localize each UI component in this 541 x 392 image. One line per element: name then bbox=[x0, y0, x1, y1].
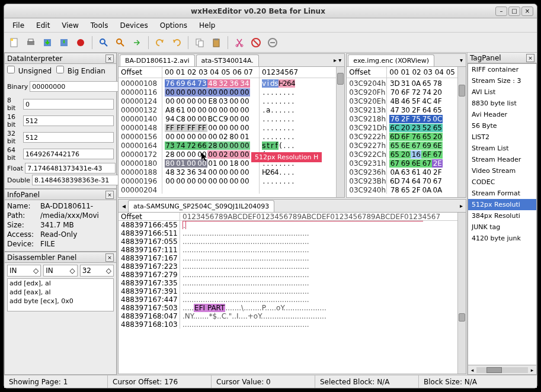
redo-icon[interactable] bbox=[169, 35, 184, 50]
cut-icon[interactable] bbox=[232, 35, 247, 50]
tag-item[interactable]: 512px Resoluti bbox=[468, 199, 536, 210]
hex-view[interactable]: 03C9204h3D310A657803C920Fh706F72742003C9… bbox=[347, 78, 457, 194]
svg-rect-1 bbox=[11, 38, 13, 41]
save-icon[interactable] bbox=[40, 35, 55, 50]
32bit-field[interactable] bbox=[23, 132, 114, 143]
binary-field[interactable] bbox=[30, 81, 120, 92]
main-window: wxHexEditor v0.20 Beta for Linux – □ × F… bbox=[4, 4, 537, 388]
data-interpreter-panel: DataInterpreter× Unsigned Big Endian Bin… bbox=[4, 53, 117, 189]
tab-file-2[interactable]: ata-ST340014A. bbox=[196, 54, 259, 66]
tab-file-3[interactable]: exe.img.enc (XORView) bbox=[348, 54, 434, 66]
tag-item[interactable]: RIFF container bbox=[468, 64, 536, 75]
menu-options[interactable]: Options bbox=[154, 20, 193, 31]
tab-file-4[interactable]: ata-SAMSUNG_SP2504C_S09QJ1IL204093 bbox=[128, 200, 274, 212]
dis-select-3[interactable]: 32◇ bbox=[80, 265, 114, 277]
dis-select-1[interactable]: IN◇ bbox=[7, 265, 41, 277]
close-button[interactable]: × bbox=[521, 7, 533, 16]
svg-rect-3 bbox=[28, 39, 33, 41]
double-field[interactable] bbox=[32, 175, 123, 185]
tag-item[interactable]: Stream Header bbox=[468, 154, 536, 165]
svg-line-8 bbox=[104, 43, 107, 46]
titlebar: wxHexEditor v0.20 Beta for Linux – □ × bbox=[4, 4, 537, 18]
unsigned-checkbox[interactable]: Unsigned bbox=[7, 66, 52, 75]
tag-item[interactable]: Video Stream bbox=[468, 165, 536, 176]
delete-icon[interactable] bbox=[248, 35, 264, 50]
tag-item[interactable]: 56 Byte bbox=[468, 120, 536, 131]
copy-icon[interactable] bbox=[192, 35, 207, 50]
close-icon[interactable]: × bbox=[526, 54, 534, 62]
tag-item[interactable]: 384px Resoluti bbox=[468, 210, 536, 221]
tag-item[interactable]: JUNK tag bbox=[468, 221, 536, 233]
toolbar bbox=[4, 33, 537, 53]
hex-pane-right: exe.img.enc (XORView) ▾ Offset00 01 02 0… bbox=[346, 53, 466, 198]
tag-item[interactable]: Avi Header bbox=[468, 109, 536, 120]
status-selected-block: Selected Block: N/A bbox=[315, 375, 419, 388]
svg-rect-14 bbox=[215, 38, 218, 40]
svg-point-7 bbox=[100, 39, 105, 44]
hex-view[interactable]: 000001087669647348323634vidsH26400000116… bbox=[119, 78, 336, 194]
menubar: File Edit View Tools Devices Options Hel… bbox=[4, 18, 537, 33]
close-icon[interactable]: × bbox=[105, 54, 114, 63]
close-icon[interactable]: × bbox=[105, 253, 114, 262]
menu-help[interactable]: Help bbox=[193, 20, 221, 31]
tag-panel-title: TagPanel bbox=[470, 54, 501, 62]
menu-file[interactable]: File bbox=[7, 20, 30, 31]
search-icon[interactable] bbox=[96, 35, 111, 50]
print-icon[interactable] bbox=[23, 35, 39, 50]
tag-list: RIFF containerStream Size : 3AVI List883… bbox=[468, 63, 537, 365]
svg-line-10 bbox=[121, 43, 124, 46]
tag-item[interactable]: 8830 byte list bbox=[468, 98, 536, 109]
scrollbar[interactable] bbox=[457, 67, 466, 197]
record-icon[interactable] bbox=[73, 35, 88, 50]
info-panel-title: InfoPanel bbox=[7, 191, 40, 199]
replace-icon[interactable] bbox=[113, 35, 128, 50]
big-endian-checkbox[interactable]: Big Endian bbox=[56, 66, 105, 75]
menu-devices[interactable]: Devices bbox=[114, 20, 153, 31]
tag-item[interactable]: Stream Size : 3 bbox=[468, 75, 536, 86]
tag-tooltip: 512px Resolution H bbox=[251, 152, 322, 162]
16bit-field[interactable] bbox=[23, 115, 114, 126]
tab-dropdown-icon[interactable]: ▾ bbox=[458, 57, 465, 63]
tag-item[interactable]: LIST2 bbox=[468, 131, 536, 143]
menu-tools[interactable]: Tools bbox=[85, 20, 114, 31]
status-cursor-offset: Cursor Offset: 176 bbox=[108, 375, 212, 388]
disassembly-list: add [edx], aladd [eax], aladd byte [ecx]… bbox=[7, 278, 114, 311]
tab-dropdown-icon[interactable]: ▸ ▾ bbox=[332, 57, 343, 63]
64bit-field[interactable] bbox=[23, 149, 114, 159]
tag-scrollbar[interactable]: ◂▸ bbox=[468, 365, 537, 375]
close-icon[interactable]: × bbox=[105, 191, 114, 199]
tab-prev-icon[interactable]: ◂ bbox=[120, 202, 128, 210]
goto-icon[interactable] bbox=[129, 35, 145, 50]
tag-item[interactable]: Stream Format bbox=[468, 188, 536, 199]
new-file-icon[interactable] bbox=[7, 35, 22, 50]
minimize-button[interactable]: – bbox=[495, 7, 507, 16]
tag-item[interactable]: 4120 byte junk bbox=[468, 233, 536, 244]
svg-rect-12 bbox=[199, 41, 203, 47]
svg-point-6 bbox=[77, 39, 84, 46]
scrollbar[interactable] bbox=[457, 213, 466, 374]
tag-item[interactable]: Stream List bbox=[468, 143, 536, 154]
undo-icon[interactable] bbox=[152, 35, 168, 50]
dis-select-2[interactable]: IN◇ bbox=[43, 265, 77, 277]
menu-view[interactable]: View bbox=[56, 20, 84, 31]
hex-pane-bottom: ◂ ata-SAMSUNG_SP2504C_S09QJ1IL204093 ▸ O… bbox=[118, 199, 466, 374]
tag-item[interactable]: CODEC bbox=[468, 176, 536, 188]
disassembler-title: Disassembler Panel bbox=[7, 253, 76, 262]
status-block-size: Block Size: N/A bbox=[419, 375, 537, 388]
float-field[interactable] bbox=[25, 163, 116, 173]
svg-point-9 bbox=[117, 39, 121, 44]
maximize-button[interactable]: □ bbox=[508, 7, 520, 16]
menu-edit[interactable]: Edit bbox=[30, 20, 56, 31]
ascii-view[interactable]: 488397166:455. 488397166:511............… bbox=[119, 221, 457, 329]
scrollbar[interactable] bbox=[336, 67, 344, 197]
tab-file-1[interactable]: BA-DD180611-2.avi bbox=[120, 54, 195, 66]
tag-item[interactable]: AVI List bbox=[468, 86, 536, 98]
data-interpreter-title: DataInterpreter bbox=[7, 54, 63, 63]
status-page: Showing Page: 1 bbox=[4, 375, 108, 388]
8bit-field[interactable] bbox=[23, 99, 114, 110]
disassembler-panel: Disassembler Panel× IN◇ IN◇ 32◇ add [edx… bbox=[4, 252, 117, 375]
saveas-icon[interactable] bbox=[56, 35, 72, 50]
tab-next-icon[interactable]: ▸ bbox=[458, 203, 465, 209]
insert-icon[interactable] bbox=[265, 35, 280, 50]
paste-icon[interactable] bbox=[209, 35, 224, 50]
